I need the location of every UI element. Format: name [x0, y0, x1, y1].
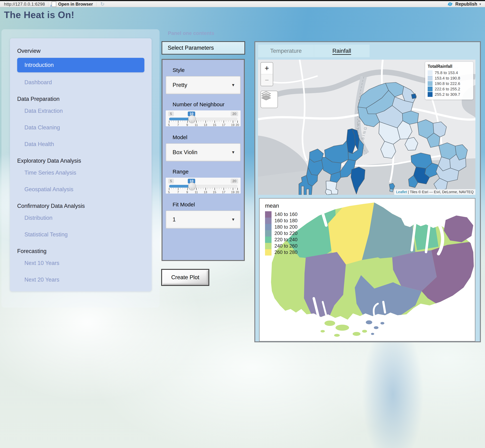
slider-min-label: 5: [168, 179, 174, 184]
rainfall-legend: TotalRainfall 75.8 to 153.4153.4 to 190.…: [425, 62, 473, 100]
chevron-down-icon: ▼: [231, 83, 235, 88]
mean-legend-swatch: [265, 218, 271, 224]
slider-tick: [226, 120, 226, 122]
viewer-toolbar: http://127.0.0.1:6298 Open in Browser ↻ …: [0, 0, 485, 7]
slider-tick: [185, 120, 185, 122]
layers-control[interactable]: [261, 91, 278, 108]
sidebar-menu: OverviewIntroductionDashboardData Prepar…: [10, 38, 152, 291]
sidebar-item-time-series-analysis[interactable]: Time Series Analysis: [17, 168, 144, 178]
sidebar-item-distribution[interactable]: Distribution: [17, 213, 144, 223]
model-label: Model: [173, 134, 241, 140]
sidebar-section-confirmatory-data-analysis: Confirmatory Data Analysis: [17, 201, 144, 211]
parameters-panel: Style Pretty ▼ Number of Neighbour 51020…: [162, 59, 245, 261]
rainfall-legend-swatch: [428, 92, 433, 97]
sidebar-item-geospatial-analysis[interactable]: Geospatial Analysis: [17, 184, 144, 194]
open-in-browser-button[interactable]: Open in Browser: [58, 2, 93, 7]
fit-model-label: Fit Model: [173, 201, 241, 208]
slider-tick: [187, 120, 188, 123]
slider-tick: [169, 120, 169, 123]
mean-legend-label: 200 to 220: [274, 231, 298, 236]
mean-legend-swatch: [265, 237, 271, 243]
mean-legend-swatch: [265, 249, 271, 256]
slider-tick-label: 11: [195, 191, 198, 194]
zoom-out-button[interactable]: −: [261, 74, 273, 86]
slider-tick-label: 5: [168, 191, 170, 194]
mean-legend-row: 160 to 180: [265, 218, 298, 224]
sidebar-item-next-20-years[interactable]: Next 20 Years: [17, 275, 144, 285]
tab-rainfall[interactable]: Rainfall: [314, 45, 370, 57]
slider-tick-label: 13: [204, 191, 207, 194]
chevron-down-icon: ▼: [231, 217, 235, 222]
mean-legend-label: 260 to 280: [274, 249, 298, 255]
slider-tick: [171, 188, 172, 189]
neighbour-label: Number of Neighbour: [173, 101, 241, 108]
slider-tick: [206, 188, 206, 190]
tiles-credit: | Tiles © Esri — Esri, DeLorme, NAVTEQ: [407, 190, 474, 194]
range-slider[interactable]: 51020579111315171920: [166, 178, 241, 193]
choropleth-white-pair[interactable]: [325, 181, 338, 195]
sidebar-item-dashboard[interactable]: Dashboard: [17, 77, 144, 88]
zoom-in-button[interactable]: +: [261, 63, 273, 74]
sidebar-item-next-10-years[interactable]: Next 10 Years: [17, 258, 144, 268]
mean-legend-swatch: [265, 224, 271, 230]
mean-legend-row: 140 to 160: [265, 211, 298, 218]
sidebar-item-data-extraction[interactable]: Data Extraction: [17, 106, 144, 116]
mean-legend-rows: 140 to 160160 to 180180 to 200200 to 220…: [265, 211, 298, 256]
open-in-browser-icon: [52, 1, 56, 7]
republish-caret-icon[interactable]: ▾: [479, 2, 481, 6]
sidebar-item-data-cleaning[interactable]: Data Cleaning: [17, 122, 144, 133]
style-select[interactable]: Pretty ▼: [166, 76, 241, 94]
chevron-down-icon: ▼: [231, 150, 235, 155]
republish-button[interactable]: Republish: [455, 1, 477, 7]
sidebar-item-introduction[interactable]: Introduction: [17, 58, 144, 72]
slider-tick-label: 13: [204, 123, 207, 127]
leaflet-link[interactable]: Leaflet: [396, 190, 407, 194]
leaflet-map[interactable]: MALAYSIA SINGAPORE Sungai Johor: [258, 60, 475, 195]
slider-tick: [171, 120, 172, 122]
mean-legend: mean 140 to 160160 to 180180 to 200200 t…: [265, 203, 298, 256]
slider-tick: [194, 188, 194, 189]
rainfall-legend-label: 222.6 to 255.2: [435, 87, 460, 91]
slider-tick: [183, 188, 183, 189]
slider-tick: [192, 120, 192, 122]
slider-tick: [180, 188, 181, 189]
slider-tick-label: 9: [186, 123, 188, 127]
mean-legend-label: 220 to 240: [274, 237, 298, 242]
slider-min-label: 5: [168, 112, 174, 116]
sidebar-item-data-health[interactable]: Data Health: [17, 139, 144, 149]
mean-map-plot: mean 140 to 160160 to 180180 to 200200 t…: [259, 198, 475, 342]
slider-tick: [178, 120, 178, 123]
fit-model-select[interactable]: 1 ▼: [166, 210, 241, 229]
map-tabbar: TemperatureRainfall: [258, 45, 370, 57]
range-label: Range: [173, 169, 241, 175]
slider-tick-label: 20: [236, 123, 239, 127]
rainfall-legend-label: 255.2 to 309.7: [435, 92, 460, 97]
layers-icon: [261, 91, 271, 100]
rainfall-legend-label: 190.8 to 222.6: [435, 81, 460, 86]
neighbour-slider[interactable]: 51020579111315171920: [166, 110, 241, 126]
address-url[interactable]: http://127.0.0.1:6298: [4, 2, 45, 7]
slider-tick: [219, 188, 219, 189]
tab-temperature[interactable]: Temperature: [258, 45, 314, 57]
mean-legend-swatch: [265, 243, 271, 249]
slider-tick: [187, 188, 188, 190]
slider-ticks: 579111315171920: [169, 188, 237, 190]
slider-tick: [203, 188, 203, 189]
slider-tick-label: 7: [177, 123, 179, 127]
create-plot-button[interactable]: Create Plot: [161, 269, 209, 286]
slider-tick: [219, 120, 219, 122]
mean-legend-row: 240 to 260: [265, 243, 298, 249]
slider-tick-label: 17: [222, 191, 225, 194]
slider-track[interactable]: [169, 185, 237, 188]
model-select[interactable]: Box Violin ▼: [166, 143, 241, 161]
slider-track[interactable]: [169, 118, 237, 120]
mean-legend-label: 240 to 260: [274, 243, 298, 249]
sidebar-item-statistical-testing[interactable]: Statistical Testing: [17, 230, 144, 240]
refresh-icon[interactable]: ↻: [100, 1, 105, 7]
slider-tick-label: 5: [168, 123, 170, 127]
slider-tick: [206, 120, 206, 123]
rainfall-legend-swatch: [428, 81, 433, 86]
mean-legend-swatch: [265, 211, 271, 218]
sidebar-section-forecasting: Forecasting: [17, 246, 144, 256]
slider-tick-label: 9: [186, 191, 188, 194]
